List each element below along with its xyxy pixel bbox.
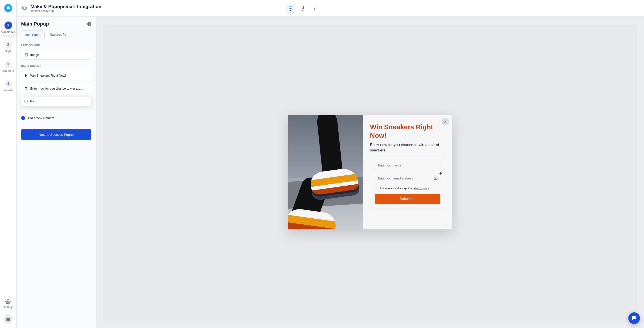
element-label: Win Sneakers Right Now! <box>30 74 66 77</box>
globe-icon[interactable] <box>22 5 27 11</box>
svg-point-6 <box>314 8 315 8</box>
brand-logo[interactable] <box>4 4 12 12</box>
preview-canvas-wrap: Win Sneakers Right Now! Enter now for yo… <box>96 16 644 328</box>
step-segment[interactable]: 3 Segment <box>0 59 16 74</box>
element-label: Enter now for you chance to win a p… <box>30 87 84 90</box>
step-publish[interactable]: 4 Publish <box>0 78 16 94</box>
element-text[interactable]: T Enter now for you chance to win a p… <box>21 84 91 93</box>
popup-subheading: Enter now for you chance to win a pair o… <box>370 142 445 153</box>
required-indicator-icon <box>440 172 442 175</box>
section-right-label: RIGHT COLUMN <box>21 64 91 67</box>
svg-point-9 <box>26 54 26 55</box>
step-style[interactable]: 2 Style <box>0 39 16 55</box>
svg-point-4 <box>302 8 303 9</box>
svg-point-5 <box>314 7 315 7</box>
svg-rect-10 <box>25 100 27 102</box>
active-dot-icon <box>290 10 291 11</box>
element-label: Form <box>30 99 38 103</box>
panel-tabs: Main Popup Success Po… <box>21 30 91 39</box>
step-number: 1 <box>4 21 12 29</box>
tab-main-popup[interactable]: Main Popup <box>21 30 44 39</box>
element-heading[interactable]: H Win Sneakers Right Now! <box>21 71 91 80</box>
form-icon <box>24 99 28 103</box>
popup-heading: Win Sneakers Right Now! <box>370 123 445 140</box>
element-label: Image <box>30 53 39 57</box>
step-label: Customize <box>1 30 15 33</box>
step-customize[interactable]: 1 Customize <box>0 20 16 35</box>
page-title: Make & Popupsmart Integration <box>30 4 101 9</box>
step-label: Style <box>5 49 12 53</box>
plus-icon: + <box>21 116 25 120</box>
svg-point-7 <box>314 9 315 10</box>
panel-menu-button[interactable]: ⋮ <box>51 21 55 26</box>
more-menu-button[interactable] <box>310 4 319 13</box>
svg-rect-2 <box>289 6 292 8</box>
settings-label: Settings <box>3 305 14 309</box>
image-icon <box>24 53 28 57</box>
app-header: Make & Popupsmart Integration trialfirst… <box>16 0 644 16</box>
mail-icon <box>434 176 438 180</box>
add-element-label: Add a new element <box>27 116 54 120</box>
step-label: Publish <box>3 88 13 92</box>
step-label: Segment <box>2 69 14 72</box>
consent-text: I have read and accept the privacy polic… <box>380 187 429 190</box>
customize-panel: Main Popup ⋮ + Main Popup Success Po… LE… <box>16 16 96 328</box>
tab-success-popup[interactable]: Success Po… <box>47 30 73 39</box>
subscribe-button[interactable]: Subscribe <box>375 194 440 204</box>
page-subtitle: trialfirst.netlify.app <box>30 9 101 12</box>
privacy-link[interactable]: privacy policy <box>412 187 429 190</box>
step-number: 2 <box>4 41 12 49</box>
consent-checkbox[interactable] <box>375 187 378 190</box>
preview-canvas: Win Sneakers Right Now! Enter now for yo… <box>103 24 637 321</box>
popup-image <box>288 115 363 229</box>
chat-button[interactable] <box>628 312 640 324</box>
panel-add-button[interactable]: + <box>87 22 91 26</box>
settings-button[interactable]: Settings <box>3 299 14 309</box>
text-icon: T <box>24 87 28 90</box>
active-dot-icon <box>302 10 303 11</box>
device-mobile-button[interactable] <box>298 4 307 13</box>
section-left-label: LEFT COLUMN <box>21 44 91 47</box>
element-image[interactable]: Image <box>21 50 91 60</box>
panel-title: Main Popup <box>21 21 49 27</box>
next-button[interactable]: Next to Success Popup <box>21 129 91 140</box>
svg-point-0 <box>8 301 9 303</box>
popup-form: I have read and accept the privacy polic… <box>370 156 445 209</box>
workspace-button[interactable] <box>4 315 12 324</box>
consent-row: I have read and accept the privacy polic… <box>375 187 440 190</box>
popup-preview: Win Sneakers Right Now! Enter now for yo… <box>288 115 452 229</box>
email-input[interactable] <box>375 174 440 183</box>
device-desktop-button[interactable] <box>286 4 295 13</box>
steps-sidebar: 1 Customize 2 Style 3 Segment 4 Publish … <box>0 0 16 328</box>
step-number: 3 <box>4 60 12 68</box>
popup-close-button[interactable] <box>442 118 449 125</box>
add-element-button[interactable]: + Add a new element <box>21 116 91 120</box>
consent-prefix: I have read and accept the <box>380 187 412 190</box>
heading-icon: H <box>24 74 28 77</box>
element-form[interactable]: Form <box>21 97 91 106</box>
step-number: 4 <box>4 80 12 88</box>
name-input[interactable] <box>375 161 440 170</box>
